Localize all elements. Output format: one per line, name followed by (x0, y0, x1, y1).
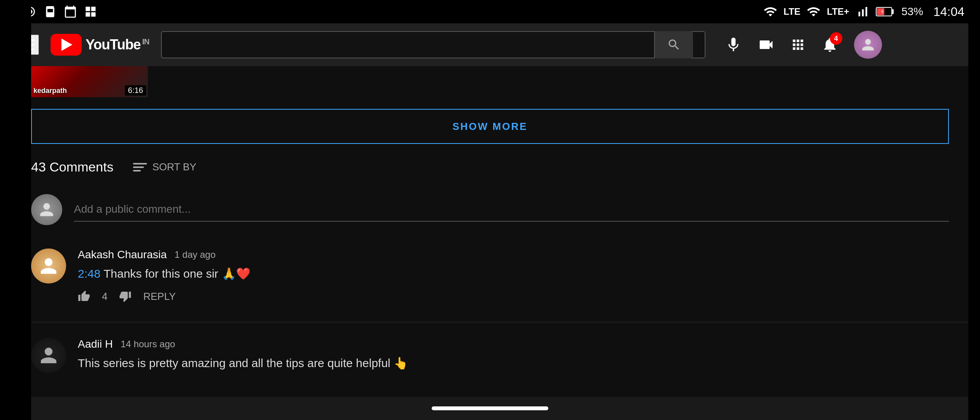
youtube-country-code: IN (142, 37, 149, 46)
comment-avatar-aadii (31, 338, 66, 373)
signal-bar-icon (856, 5, 870, 19)
right-bezel (968, 0, 980, 420)
microphone-button[interactable] (725, 36, 742, 53)
person-icon (37, 254, 60, 278)
thumbs-up-icon (78, 290, 90, 303)
person-icon (37, 200, 56, 219)
lte2-label: LTE+ (827, 6, 849, 17)
dislike-button[interactable] (119, 290, 131, 303)
comment-separator (31, 322, 980, 322)
battery-percent: 53% (901, 5, 923, 18)
comment-body-text: Thanks for this one sir 🙏❤️ (103, 267, 250, 280)
battery-icon (876, 6, 895, 18)
youtube-play-triangle (61, 38, 72, 51)
time-display: 14:04 (933, 5, 964, 19)
person-icon (859, 36, 877, 53)
notification-count: 4 (830, 32, 842, 45)
video-thumbnail-label: kedarpath (33, 87, 67, 95)
comment-timestamp-link[interactable]: 2:48 (78, 267, 100, 280)
comment-input-area[interactable] (74, 198, 949, 222)
video-thumbnail[interactable]: kedarpath 6:16 (31, 66, 148, 97)
comment-text: 2:48 Thanks for this one sir 🙏❤️ (78, 265, 949, 282)
user-avatar-header[interactable] (854, 31, 882, 59)
status-bar-right-icons: LTE LTE+ 53% 14:04 (763, 5, 964, 19)
comment-time: 1 day ago (175, 249, 215, 260)
comments-count: 43 Comments (31, 159, 114, 175)
comment-author-line-aadii: Aadii H 14 hours ago (78, 338, 949, 350)
youtube-icon (51, 34, 82, 56)
bottom-nav-bar (0, 397, 980, 420)
search-bar[interactable]: gadgetstouse (161, 31, 705, 58)
main-content: kedarpath 6:16 SHOW MORE 43 Comments SOR… (0, 66, 980, 380)
video-duration: 6:16 (125, 85, 146, 96)
apps-icon (790, 37, 806, 52)
status-bar: LTE LTE+ 53% 14:04 (0, 0, 980, 23)
signal-icon (763, 5, 777, 19)
comments-header: 43 Comments SORT BY (31, 159, 980, 175)
create-video-button[interactable] (758, 36, 775, 53)
comment-body-aakash: Aakash Chaurasia 1 day ago 2:48 Thanks f… (78, 248, 949, 303)
comment-item: Aakash Chaurasia 1 day ago 2:48 Thanks f… (31, 248, 980, 303)
status-bar-left-icons (23, 5, 97, 18)
comment-item-aadii: Aadii H 14 hours ago This series is pret… (31, 338, 980, 380)
comment-body-text-aadii: This series is pretty amazing and all th… (78, 357, 408, 369)
thumbs-down-icon (119, 290, 131, 303)
comment-input[interactable] (74, 203, 949, 215)
comment-time-aadii: 14 hours ago (121, 339, 175, 350)
left-bezel (0, 0, 31, 420)
sort-by-button[interactable]: SORT BY (133, 161, 196, 173)
comment-author: Aakash Chaurasia (78, 248, 167, 261)
video-camera-icon (758, 36, 775, 53)
calendar-icon (64, 5, 77, 18)
notifications-button[interactable]: 4 (821, 36, 838, 53)
comment-author-aadii: Aadii H (78, 338, 113, 350)
reply-button[interactable]: REPLY (143, 290, 175, 303)
like-count: 4 (102, 290, 107, 303)
thumbnail-strip: kedarpath 6:16 (31, 66, 980, 97)
comment-text-aadii: This series is pretty amazing and all th… (78, 354, 949, 372)
current-user-avatar (31, 194, 62, 225)
sim-icon (44, 5, 57, 18)
apps-button[interactable] (790, 37, 806, 52)
comment-actions: 4 REPLY (78, 290, 949, 303)
person-icon (37, 344, 60, 367)
comment-author-line: Aakash Chaurasia 1 day ago (78, 248, 949, 261)
search-input[interactable]: gadgetstouse (173, 38, 650, 52)
youtube-logo[interactable]: YouTubeIN (51, 34, 149, 56)
sort-by-label: SORT BY (152, 161, 196, 173)
youtube-brand-text: YouTubeIN (86, 37, 149, 53)
search-button[interactable] (654, 31, 693, 58)
grid-icon (84, 5, 97, 18)
show-more-button[interactable]: SHOW MORE (31, 109, 949, 144)
lte-label: LTE (784, 6, 801, 17)
comment-avatar-aakash (31, 248, 66, 284)
bottom-nav-pill (432, 406, 548, 410)
like-button[interactable] (78, 290, 90, 303)
sort-icon (133, 163, 147, 172)
comment-body-aadii: Aadii H 14 hours ago This series is pret… (78, 338, 949, 380)
svg-rect-2 (892, 9, 894, 14)
add-comment-row (31, 194, 980, 225)
nav-bar: YouTubeIN gadgetstouse (0, 23, 980, 66)
nav-icons: 4 (725, 31, 882, 59)
wifi-icon (807, 5, 821, 19)
search-icon (667, 38, 681, 52)
microphone-icon (725, 36, 742, 53)
